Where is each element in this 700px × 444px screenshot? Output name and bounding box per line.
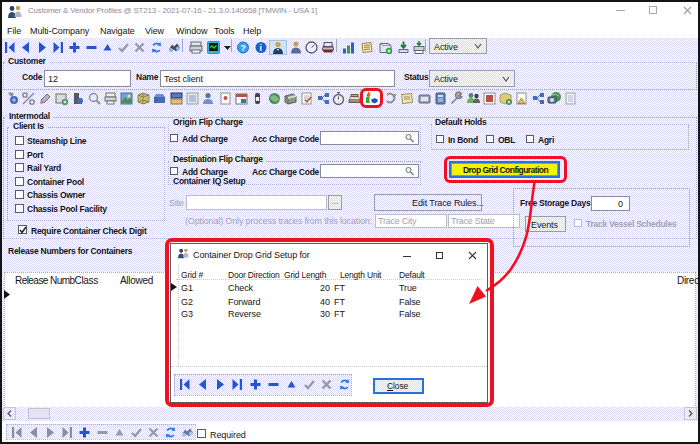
svg-text:?: ? (240, 43, 245, 53)
svg-text:i: i (259, 43, 261, 53)
